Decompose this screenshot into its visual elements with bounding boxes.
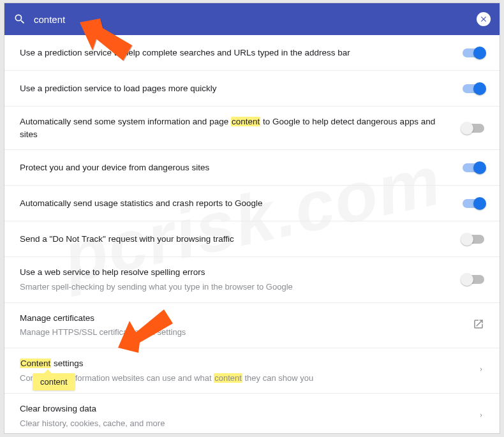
- toggle-send-system-info[interactable]: [463, 124, 484, 133]
- setting-subtitle: Manage HTTPS/SSL certificates and settin…: [20, 327, 463, 339]
- setting-row-content-settings[interactable]: Content settingsControl what information…: [4, 348, 500, 394]
- setting-row-do-not-track: Send a "Do Not Track" request with your …: [4, 221, 500, 257]
- setting-row-clear-browsing-data[interactable]: Clear browsing dataClear history, cookie…: [4, 394, 500, 437]
- setting-row-usage-stats: Automatically send usage statistics and …: [4, 186, 500, 221]
- setting-title: Use a prediction service to load pages m…: [20, 82, 452, 95]
- setting-title: Clear browsing data: [20, 403, 468, 415]
- toggle-prediction-pages[interactable]: [463, 84, 484, 93]
- setting-title: Use a web service to help resolve spelli…: [20, 266, 452, 279]
- open-external-icon: [473, 318, 484, 332]
- search-input[interactable]: [34, 3, 469, 35]
- setting-row-spell-web-service: Use a web service to help resolve spelli…: [4, 257, 500, 302]
- setting-title: Protect you and your device from dangero…: [20, 161, 452, 174]
- setting-row-protect-device: Protect you and your device from dangero…: [4, 150, 500, 186]
- toggle-do-not-track[interactable]: [463, 235, 484, 244]
- chevron-right-icon: [478, 411, 484, 422]
- search-bar: [4, 3, 500, 35]
- setting-title: Use a prediction service to help complet…: [20, 47, 452, 59]
- setting-row-send-system-info: Automatically send some system informati…: [4, 107, 500, 150]
- setting-title: Send a "Do Not Track" request with your …: [20, 233, 452, 246]
- setting-row-prediction-urls: Use a prediction service to help complet…: [4, 35, 500, 71]
- setting-title: Manage certificates: [20, 312, 463, 325]
- clear-search-button[interactable]: [477, 12, 491, 26]
- search-icon: [13, 13, 26, 26]
- setting-subtitle: Control what information websites can us…: [20, 373, 468, 385]
- setting-subtitle: Smarter spell-checking by sending what y…: [20, 281, 452, 293]
- setting-title: Content settings: [20, 357, 468, 370]
- setting-title: Automatically send usage statistics and …: [20, 197, 452, 210]
- toggle-protect-device[interactable]: [463, 163, 484, 172]
- toggle-spell-web-service[interactable]: [463, 275, 484, 284]
- settings-list: Use a prediction service to help complet…: [4, 35, 500, 437]
- search-hover-tooltip: content: [33, 373, 75, 390]
- toggle-usage-stats[interactable]: [463, 199, 484, 208]
- setting-title: Automatically send some system informati…: [20, 115, 452, 140]
- chevron-right-icon: [478, 365, 484, 376]
- setting-row-manage-certificates[interactable]: Manage certificatesManage HTTPS/SSL cert…: [4, 303, 500, 348]
- setting-subtitle: Clear history, cookies, cache, and more: [20, 418, 468, 430]
- toggle-prediction-urls[interactable]: [463, 48, 484, 57]
- setting-row-prediction-pages: Use a prediction service to load pages m…: [4, 71, 500, 107]
